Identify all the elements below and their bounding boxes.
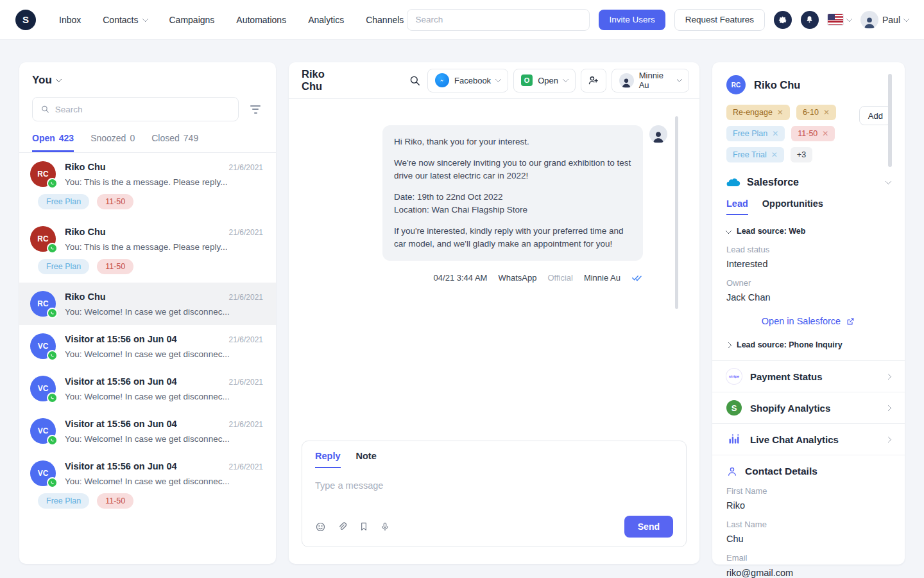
chevron-down-icon — [562, 76, 569, 83]
salesforce-section-header[interactable]: Salesforce — [726, 177, 891, 188]
whatsapp-badge-icon — [47, 308, 58, 319]
conversation-item-selected[interactable]: RC Riko Chu21/6/2021 You: Welcome! In ca… — [19, 283, 276, 325]
profile-scrollbar[interactable] — [888, 74, 892, 167]
contact-avatar: VC — [30, 376, 56, 401]
tab-opportunities[interactable]: Opportunities — [762, 198, 823, 215]
send-button[interactable]: Send — [624, 516, 673, 538]
inbox-list-panel: You Open423 Snoozed0 Closed749 RC Riko C… — [19, 62, 276, 564]
tag-re-engage[interactable]: Re-engage✕ — [726, 105, 790, 120]
microphone-icon[interactable] — [380, 521, 390, 532]
person-icon — [726, 466, 738, 477]
request-features-button[interactable]: Request Features — [674, 9, 765, 31]
salesforce-title: Salesforce — [747, 177, 880, 188]
conversation-item[interactable]: RC Riko Chu21/6/2021 You: This is the a … — [19, 218, 276, 283]
conversation-item[interactable]: VC Visitor at 15:56 on Jun 0421/6/2021 Y… — [19, 452, 276, 517]
message-sender: Minnie Au — [584, 273, 620, 283]
tab-reply[interactable]: Reply — [315, 451, 341, 468]
tag-free-plan[interactable]: Free Plan✕ — [726, 126, 785, 141]
nav-inbox[interactable]: Inbox — [59, 15, 81, 25]
tag-11-50: 11-50 — [97, 194, 133, 209]
message-channel: WhatsApp — [498, 273, 536, 283]
add-tag-button[interactable]: Add — [859, 106, 892, 125]
whatsapp-badge-icon — [47, 392, 58, 403]
chat-scrollbar[interactable] — [675, 116, 678, 309]
conversation-name: Riko Chu — [65, 292, 106, 302]
shopify-analytics-section[interactable]: S Shopify Analytics — [726, 392, 891, 423]
chat-search-icon[interactable] — [409, 74, 421, 87]
global-search[interactable] — [407, 9, 590, 31]
whatsapp-badge-icon — [47, 350, 58, 361]
tag-free-trial[interactable]: Free Trial✕ — [726, 147, 784, 162]
nav-contacts[interactable]: Contacts — [103, 15, 147, 25]
saved-replies-bookmark-icon[interactable] — [359, 521, 369, 532]
filter-icon[interactable] — [248, 103, 263, 116]
tag-more-count[interactable]: +3 — [791, 147, 812, 162]
invite-users-button[interactable]: Invite Users — [599, 10, 665, 30]
conversation-date: 21/6/2021 — [229, 293, 263, 302]
remove-tag-icon[interactable]: ✕ — [772, 129, 778, 138]
shopify-icon: S — [726, 400, 742, 416]
conversation-item[interactable]: VC Visitor at 15:56 on Jun 0421/6/2021 Y… — [19, 325, 276, 367]
inbox-owner-filter[interactable]: You — [32, 74, 263, 87]
conversation-item[interactable]: VC Visitor at 15:56 on Jun 0421/6/2021 Y… — [19, 367, 276, 410]
payment-status-section[interactable]: stripe Payment Status — [726, 361, 891, 392]
message-meta: 04/21 3:44 AM WhatsApp Official Minnie A… — [289, 273, 699, 283]
global-search-input[interactable] — [415, 15, 581, 24]
notifications-bell-icon[interactable] — [801, 11, 819, 29]
status-select[interactable]: O Open — [513, 69, 576, 92]
search-icon — [40, 104, 50, 114]
conversation-date: 21/6/2021 — [229, 335, 263, 344]
nav-channels[interactable]: Channels — [366, 15, 404, 25]
open-in-salesforce-link[interactable]: Open in Salesforce — [726, 316, 891, 326]
conversation-preview: You: Welcome! In case we get disconnec..… — [65, 434, 263, 444]
salesforce-cloud-icon — [726, 177, 741, 188]
tag-11-50[interactable]: 11-50✕ — [791, 126, 835, 141]
external-link-icon — [846, 317, 855, 326]
add-collaborator-icon[interactable] — [581, 69, 606, 92]
whatsapp-badge-icon — [47, 243, 58, 254]
remove-tag-icon[interactable]: ✕ — [823, 108, 830, 117]
conversation-name: Visitor at 15:56 on Jun 04 — [65, 419, 177, 429]
lead-source-web-group[interactable]: Lead source: Web — [726, 227, 891, 236]
user-avatar — [860, 11, 878, 29]
tab-closed[interactable]: Closed749 — [151, 133, 198, 152]
remove-tag-icon[interactable]: ✕ — [777, 108, 783, 117]
nav-campaigns[interactable]: Campaigns — [169, 15, 215, 25]
channel-select[interactable]: Facebook — [427, 69, 508, 92]
emoji-icon[interactable] — [315, 521, 326, 532]
tag-free-plan: Free Plan — [38, 194, 89, 209]
message-input[interactable] — [315, 480, 673, 491]
assignee-select[interactable]: Minnie Au — [612, 69, 689, 92]
field-value: Jack Chan — [726, 292, 891, 302]
tab-open[interactable]: Open423 — [32, 133, 74, 152]
nav-analytics[interactable]: Analytics — [308, 15, 344, 25]
attachment-icon[interactable] — [337, 521, 348, 532]
nav-automations[interactable]: Automations — [236, 15, 286, 25]
tag-6-10[interactable]: 6-10✕ — [796, 105, 836, 120]
profile-avatar: RC — [726, 75, 746, 94]
remove-tag-icon[interactable]: ✕ — [822, 129, 828, 138]
conversation-item[interactable]: RC Riko Chu21/6/2021 You: This is the a … — [19, 153, 276, 218]
conversation-name: Visitor at 15:56 on Jun 04 — [65, 376, 177, 387]
conversation-preview: You: Welcome! In case we get disconnec..… — [65, 307, 263, 317]
conversation-date: 21/6/2021 — [229, 228, 263, 237]
conversation-date: 21/6/2021 — [229, 163, 263, 172]
app-logo[interactable]: S — [15, 10, 36, 30]
email-value: riko@gmail.com — [726, 568, 793, 578]
remove-tag-icon[interactable]: ✕ — [771, 150, 778, 159]
profile-name: Riko Chu — [754, 79, 800, 91]
inbox-search[interactable] — [32, 97, 239, 121]
conversation-item[interactable]: VC Visitor at 15:56 on Jun 0421/6/2021 Y… — [19, 410, 276, 452]
lead-source-phone-group[interactable]: Lead source: Phone Inquiry — [726, 340, 891, 349]
language-selector[interactable] — [828, 14, 851, 25]
whatsapp-badge-icon — [47, 435, 58, 446]
tab-lead[interactable]: Lead — [726, 198, 748, 215]
conversation-date: 21/6/2021 — [229, 462, 263, 471]
tab-snoozed[interactable]: Snoozed0 — [90, 133, 135, 152]
bar-chart-icon — [726, 432, 742, 447]
settings-gear-icon[interactable] — [774, 11, 792, 29]
tab-note[interactable]: Note — [356, 451, 377, 468]
user-menu[interactable]: Paul — [860, 11, 909, 29]
live-chat-analytics-section[interactable]: Live Chat Analytics — [726, 424, 891, 455]
inbox-search-input[interactable] — [55, 105, 230, 114]
